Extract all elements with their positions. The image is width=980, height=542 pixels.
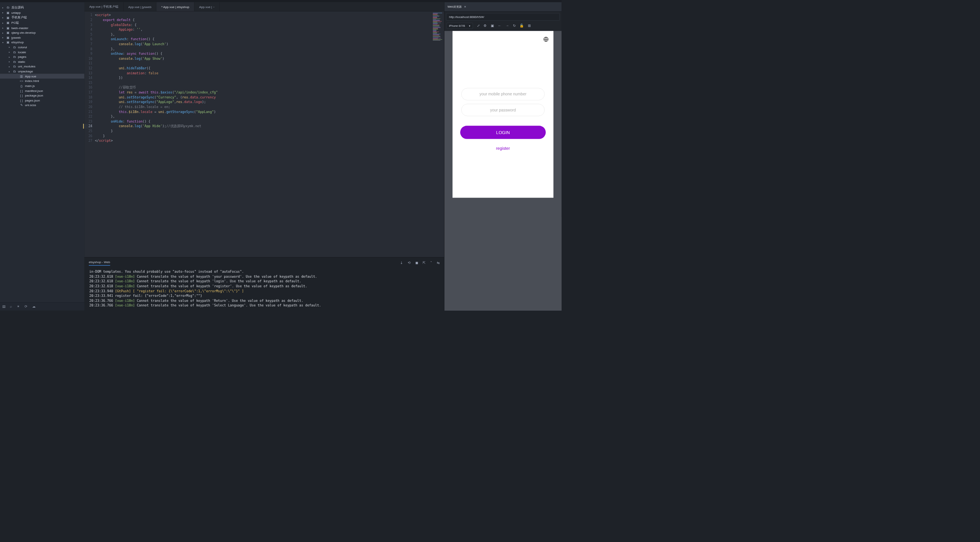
back-icon[interactable]: ←	[498, 24, 501, 28]
chevron-icon: ▸	[2, 31, 5, 34]
tree-label: jysweb	[11, 36, 21, 39]
chevron-icon: ▸	[9, 61, 12, 63]
password-input[interactable]: your password	[461, 104, 545, 116]
reload-icon[interactable]: ↻	[513, 24, 516, 28]
tree-item-manifest-json[interactable]: [ ]manifest.json	[0, 88, 85, 93]
tree-item-tweb-master[interactable]: ▸▣tweb-master	[0, 25, 85, 30]
grid-icon[interactable]: ⊞	[528, 24, 531, 28]
editor-panel: App.vue | 手机客户端App.vue | jysweb* App.vue…	[85, 2, 444, 257]
chevron-icon: ▸	[9, 70, 12, 72]
console-stop-icon[interactable]: ◼	[415, 261, 418, 265]
tree-item------[interactable]: ▸▣手机客户端	[0, 15, 85, 20]
file-icon: 🗀	[13, 55, 16, 59]
editor-tab[interactable]: App.vue | jysweb	[123, 2, 156, 11]
tree-label: static	[18, 60, 25, 63]
gear-icon[interactable]: ⚙	[483, 24, 487, 28]
tree-item-package-json[interactable]: [ ]package.json	[0, 93, 85, 98]
file-icon: ▣	[6, 26, 10, 29]
tree-item-index-html[interactable]: <>index.html	[0, 79, 85, 84]
tree-label: App.vue	[25, 74, 36, 78]
tree-label: etsyshop	[11, 41, 24, 44]
chevron-icon: ▾	[2, 41, 5, 43]
terminal-icon[interactable]: ▤	[2, 305, 5, 308]
file-icon: ▣	[6, 11, 10, 14]
file-icon: ▣	[6, 21, 10, 25]
globe-icon[interactable]	[543, 37, 549, 42]
tree-item-App-vue[interactable]: ▥App.vue	[0, 74, 85, 79]
file-icon: ▥	[20, 74, 23, 78]
binoculars-icon[interactable]: ⌕	[10, 305, 12, 308]
minimap[interactable]	[432, 11, 444, 257]
file-icon: ▣	[6, 16, 10, 19]
tree-item-uniapp[interactable]: ▸▣uniapp	[0, 10, 85, 15]
browser-panel: Web浏览器 ✕ iPhone 6/7/8 ▾ ⤢ ⚙ ▣ ← → ↻ 🔓 ⊞	[444, 2, 562, 311]
console-export-icon[interactable]: ⇱	[423, 261, 425, 265]
tree-item-uni-scss[interactable]: ✎uni.scss	[0, 103, 85, 108]
screenshot-icon[interactable]: ▣	[491, 24, 494, 28]
tree-item-pages-json[interactable]: [ ]pages.json	[0, 98, 85, 103]
tree-label: locale	[18, 50, 26, 54]
tree-label: 后台源码	[11, 5, 24, 9]
lock-icon[interactable]: 🔓	[519, 24, 524, 28]
console-panel: etsyshop - Web ⤓ ⟲ ◼ ⇱ ˄ ⇋ in-DOM templa…	[85, 257, 444, 311]
tree-item-colorui[interactable]: ▸🗀colorui	[0, 45, 85, 50]
tree-item-locale[interactable]: ▸🗀locale	[0, 49, 85, 54]
console-more-icon[interactable]: ⇋	[437, 261, 439, 265]
editor-code[interactable]: <script> export default { globalData: { …	[95, 11, 432, 257]
tree-item-unpackage[interactable]: ▸🗀unpackage	[0, 69, 85, 74]
forward-icon[interactable]: →	[505, 24, 509, 28]
console-collapse-icon[interactable]: ˄	[430, 261, 432, 265]
device-select[interactable]: iPhone 6/7/8 ▾	[447, 23, 473, 29]
cloud-icon[interactable]: ☁	[32, 305, 36, 308]
chevron-icon: ▸	[2, 11, 5, 14]
phone-screen: your mobile phone number your password L…	[452, 31, 554, 198]
chevron-icon: ▸	[9, 56, 12, 58]
tree-item-pages[interactable]: ▸🗀pages	[0, 54, 85, 59]
chevron-icon: ▸	[2, 6, 5, 8]
file-icon: [ ]	[20, 98, 23, 102]
file-icon: 🗀	[6, 6, 10, 9]
tree-label: pages.json	[25, 98, 40, 102]
tree-label: uni_modules	[18, 65, 35, 68]
tree-item-PC-[interactable]: ▸▣PC端	[0, 20, 85, 26]
file-icon: {}	[20, 84, 23, 87]
tree-item-etsyshop[interactable]: ▾▣etsyshop	[0, 40, 85, 45]
login-button[interactable]: LOGIN	[460, 126, 546, 139]
tree-label: colorui	[18, 46, 27, 49]
input-placeholder: your password	[490, 108, 516, 112]
tree-label: package.json	[25, 94, 43, 97]
browser-address-bar[interactable]	[446, 13, 560, 20]
console-clear-icon[interactable]: ⟲	[408, 261, 410, 265]
tree-item-static[interactable]: ▸🗀static	[0, 59, 85, 64]
tree-label: index.html	[25, 79, 39, 83]
editor-tab[interactable]: * App.vue | etsyshop	[157, 2, 194, 11]
close-icon[interactable]: ✕	[464, 5, 466, 8]
tree-label: main.js	[25, 84, 34, 87]
tree-label: pages	[18, 55, 26, 59]
chevron-icon: ▸	[9, 51, 12, 53]
tree-item-main-js[interactable]: {}main.js	[0, 84, 85, 88]
editor-gutter: 1234567891011121314151617181920212223242…	[85, 11, 95, 257]
debug-icon[interactable]: ✶	[17, 305, 20, 308]
editor-tab[interactable]: App.vue | 手机客户端	[85, 2, 124, 11]
tree-label: manifest.json	[25, 89, 43, 92]
tree-item-uni_modules[interactable]: ▸🗀uni_modules	[0, 64, 85, 69]
console-lock-icon[interactable]: ⤓	[400, 261, 403, 265]
tree-item-qiang-vie-develop[interactable]: ▸▣qiang-vie-develop	[0, 30, 85, 35]
editor-tab[interactable]: App.vue | ··	[194, 2, 220, 11]
sync-icon[interactable]: ⟳	[24, 305, 27, 308]
chevron-icon: ▸	[9, 65, 12, 67]
chevron-down-icon: ▾	[469, 24, 470, 28]
editor-tabs: App.vue | 手机客户端App.vue | jysweb* App.vue…	[85, 2, 444, 11]
console-tab[interactable]: etsyshop - Web	[89, 260, 110, 266]
tree-item-jysweb[interactable]: ▸▣jysweb	[0, 35, 85, 40]
detach-icon[interactable]: ⤢	[477, 24, 480, 28]
browser-tab[interactable]: Web浏览器 ✕	[444, 2, 470, 11]
tree-label: qiang-vie-develop	[11, 31, 36, 34]
console-output[interactable]: in-DOM templates. You should probably us…	[85, 267, 444, 311]
file-icon: [ ]	[20, 89, 23, 92]
chevron-icon: ▸	[9, 46, 12, 48]
phone-number-input[interactable]: your mobile phone number	[461, 88, 545, 100]
register-link[interactable]: register	[496, 146, 510, 151]
tree-item-----[interactable]: ▸🗀后台源码	[0, 5, 85, 10]
